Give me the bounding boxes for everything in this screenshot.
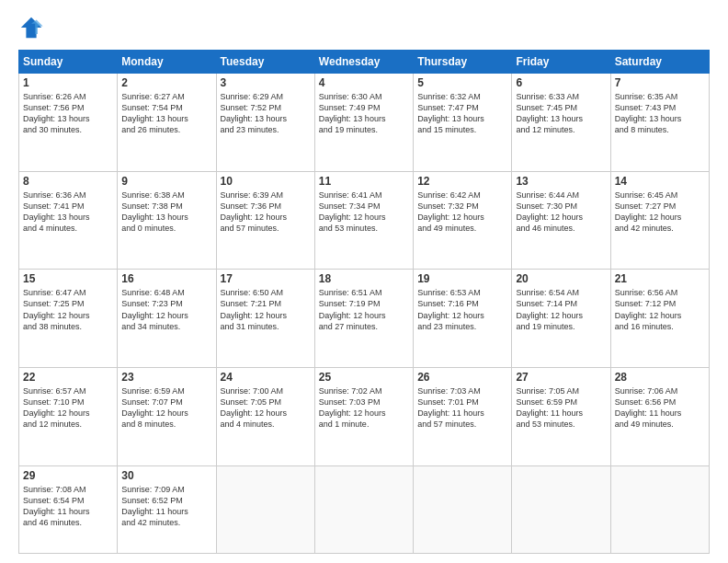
calendar-day-cell [414, 465, 512, 553]
day-number: 16 [121, 272, 211, 285]
calendar-day-cell [512, 465, 610, 553]
cell-info: Sunrise: 6:57 AMSunset: 7:10 PMDaylight:… [23, 385, 113, 431]
day-number: 20 [516, 272, 606, 285]
cell-info: Sunrise: 7:03 AMSunset: 7:01 PMDaylight:… [417, 385, 507, 431]
calendar-week-row: 22 Sunrise: 6:57 AMSunset: 7:10 PMDaylig… [19, 367, 710, 465]
calendar-day-cell: 11 Sunrise: 6:41 AMSunset: 7:34 PMDaylig… [314, 171, 413, 270]
cell-info: Sunrise: 7:02 AMSunset: 7:03 PMDaylight:… [319, 385, 409, 431]
day-number: 24 [221, 371, 311, 384]
calendar-day-cell: 17 Sunrise: 6:50 AMSunset: 7:21 PMDaylig… [216, 270, 314, 368]
day-number: 21 [615, 272, 705, 285]
day-number: 29 [23, 469, 113, 482]
calendar-week-row: 8 Sunrise: 6:36 AMSunset: 7:41 PMDayligh… [19, 171, 710, 270]
calendar-day-cell: 16 Sunrise: 6:48 AMSunset: 7:23 PMDaylig… [118, 270, 216, 368]
calendar-day-cell: 26 Sunrise: 7:03 AMSunset: 7:01 PMDaylig… [414, 367, 512, 465]
calendar-header-cell: Sunday [19, 51, 118, 74]
day-number: 11 [319, 175, 409, 188]
cell-info: Sunrise: 6:51 AMSunset: 7:19 PMDaylight:… [319, 287, 409, 332]
calendar-day-cell: 2 Sunrise: 6:27 AMSunset: 7:54 PMDayligh… [118, 74, 216, 172]
cell-info: Sunrise: 6:29 AMSunset: 7:52 PMDaylight:… [221, 91, 311, 136]
cell-info: Sunrise: 6:50 AMSunset: 7:21 PMDaylight:… [221, 287, 311, 332]
cell-info: Sunrise: 6:35 AMSunset: 7:43 PMDaylight:… [615, 91, 705, 136]
calendar-day-cell: 19 Sunrise: 6:53 AMSunset: 7:16 PMDaylig… [414, 270, 512, 368]
cell-info: Sunrise: 6:26 AMSunset: 7:56 PMDaylight:… [23, 91, 113, 136]
calendar-day-cell: 8 Sunrise: 6:36 AMSunset: 7:41 PMDayligh… [19, 171, 118, 270]
day-number: 1 [23, 76, 113, 89]
calendar-week-row: 15 Sunrise: 6:47 AMSunset: 7:25 PMDaylig… [19, 270, 710, 368]
day-number: 27 [516, 371, 606, 384]
cell-info: Sunrise: 6:38 AMSunset: 7:38 PMDaylight:… [121, 190, 211, 235]
day-number: 4 [319, 76, 409, 89]
day-number: 10 [221, 175, 311, 188]
cell-info: Sunrise: 6:42 AMSunset: 7:32 PMDaylight:… [417, 190, 507, 235]
calendar-day-cell [216, 465, 314, 553]
day-number: 8 [23, 175, 113, 188]
calendar-body: 1 Sunrise: 6:26 AMSunset: 7:56 PMDayligh… [19, 74, 710, 554]
calendar-day-cell: 4 Sunrise: 6:30 AMSunset: 7:49 PMDayligh… [314, 74, 413, 172]
calendar-day-cell: 25 Sunrise: 7:02 AMSunset: 7:03 PMDaylig… [314, 367, 413, 465]
cell-info: Sunrise: 6:44 AMSunset: 7:30 PMDaylight:… [516, 190, 606, 235]
cell-info: Sunrise: 7:00 AMSunset: 7:05 PMDaylight:… [221, 385, 311, 431]
calendar-day-cell [610, 465, 709, 553]
calendar-header-cell: Monday [118, 51, 216, 74]
day-number: 28 [615, 371, 705, 384]
calendar-day-cell: 13 Sunrise: 6:44 AMSunset: 7:30 PMDaylig… [512, 171, 610, 270]
page: SundayMondayTuesdayWednesdayThursdayFrid… [0, 0, 728, 563]
calendar-table: SundayMondayTuesdayWednesdayThursdayFrid… [18, 50, 710, 554]
day-number: 17 [221, 272, 311, 285]
calendar-day-cell: 5 Sunrise: 6:32 AMSunset: 7:47 PMDayligh… [414, 74, 512, 172]
calendar-day-cell: 15 Sunrise: 6:47 AMSunset: 7:25 PMDaylig… [19, 270, 118, 368]
calendar-day-cell: 24 Sunrise: 7:00 AMSunset: 7:05 PMDaylig… [216, 367, 314, 465]
day-number: 19 [417, 272, 507, 285]
calendar-day-cell: 20 Sunrise: 6:54 AMSunset: 7:14 PMDaylig… [512, 270, 610, 368]
calendar-day-cell: 6 Sunrise: 6:33 AMSunset: 7:45 PMDayligh… [512, 74, 610, 172]
calendar-header-cell: Friday [512, 51, 610, 74]
calendar-header-cell: Thursday [414, 51, 512, 74]
logo [18, 15, 48, 40]
cell-info: Sunrise: 7:08 AMSunset: 6:54 PMDaylight:… [23, 484, 113, 529]
cell-info: Sunrise: 6:36 AMSunset: 7:41 PMDaylight:… [23, 190, 113, 235]
cell-info: Sunrise: 7:09 AMSunset: 6:52 PMDaylight:… [121, 484, 211, 529]
logo-icon [18, 15, 44, 40]
cell-info: Sunrise: 7:05 AMSunset: 6:59 PMDaylight:… [516, 385, 606, 431]
cell-info: Sunrise: 6:30 AMSunset: 7:49 PMDaylight:… [319, 91, 409, 136]
calendar-day-cell: 30 Sunrise: 7:09 AMSunset: 6:52 PMDaylig… [118, 465, 216, 553]
cell-info: Sunrise: 6:54 AMSunset: 7:14 PMDaylight:… [516, 287, 606, 332]
calendar-header-cell: Saturday [610, 51, 709, 74]
day-number: 13 [516, 175, 606, 188]
cell-info: Sunrise: 6:33 AMSunset: 7:45 PMDaylight:… [516, 91, 606, 136]
calendar-day-cell [314, 465, 413, 553]
calendar-header-cell: Wednesday [314, 51, 413, 74]
cell-info: Sunrise: 6:59 AMSunset: 7:07 PMDaylight:… [121, 385, 211, 431]
calendar-header-row: SundayMondayTuesdayWednesdayThursdayFrid… [19, 51, 710, 74]
calendar-day-cell: 21 Sunrise: 6:56 AMSunset: 7:12 PMDaylig… [610, 270, 709, 368]
calendar-day-cell: 28 Sunrise: 7:06 AMSunset: 6:56 PMDaylig… [610, 367, 709, 465]
calendar-week-row: 1 Sunrise: 6:26 AMSunset: 7:56 PMDayligh… [19, 74, 710, 172]
cell-info: Sunrise: 6:39 AMSunset: 7:36 PMDaylight:… [221, 190, 311, 235]
day-number: 7 [615, 76, 705, 89]
day-number: 25 [319, 371, 409, 384]
day-number: 5 [417, 76, 507, 89]
cell-info: Sunrise: 6:32 AMSunset: 7:47 PMDaylight:… [417, 91, 507, 136]
cell-info: Sunrise: 6:53 AMSunset: 7:16 PMDaylight:… [417, 287, 507, 332]
day-number: 18 [319, 272, 409, 285]
day-number: 3 [221, 76, 311, 89]
header [18, 15, 710, 40]
calendar-day-cell: 27 Sunrise: 7:05 AMSunset: 6:59 PMDaylig… [512, 367, 610, 465]
calendar-day-cell: 22 Sunrise: 6:57 AMSunset: 7:10 PMDaylig… [19, 367, 118, 465]
calendar-day-cell: 29 Sunrise: 7:08 AMSunset: 6:54 PMDaylig… [19, 465, 118, 553]
cell-info: Sunrise: 6:41 AMSunset: 7:34 PMDaylight:… [319, 190, 409, 235]
svg-marker-0 [21, 17, 41, 38]
day-number: 6 [516, 76, 606, 89]
cell-info: Sunrise: 6:45 AMSunset: 7:27 PMDaylight:… [615, 190, 705, 235]
calendar-day-cell: 1 Sunrise: 6:26 AMSunset: 7:56 PMDayligh… [19, 74, 118, 172]
cell-info: Sunrise: 6:27 AMSunset: 7:54 PMDaylight:… [121, 91, 211, 136]
day-number: 15 [23, 272, 113, 285]
day-number: 12 [417, 175, 507, 188]
cell-info: Sunrise: 6:48 AMSunset: 7:23 PMDaylight:… [121, 287, 211, 332]
calendar-day-cell: 7 Sunrise: 6:35 AMSunset: 7:43 PMDayligh… [610, 74, 709, 172]
calendar-day-cell: 23 Sunrise: 6:59 AMSunset: 7:07 PMDaylig… [118, 367, 216, 465]
day-number: 22 [23, 371, 113, 384]
calendar-day-cell: 3 Sunrise: 6:29 AMSunset: 7:52 PMDayligh… [216, 74, 314, 172]
calendar-day-cell: 10 Sunrise: 6:39 AMSunset: 7:36 PMDaylig… [216, 171, 314, 270]
